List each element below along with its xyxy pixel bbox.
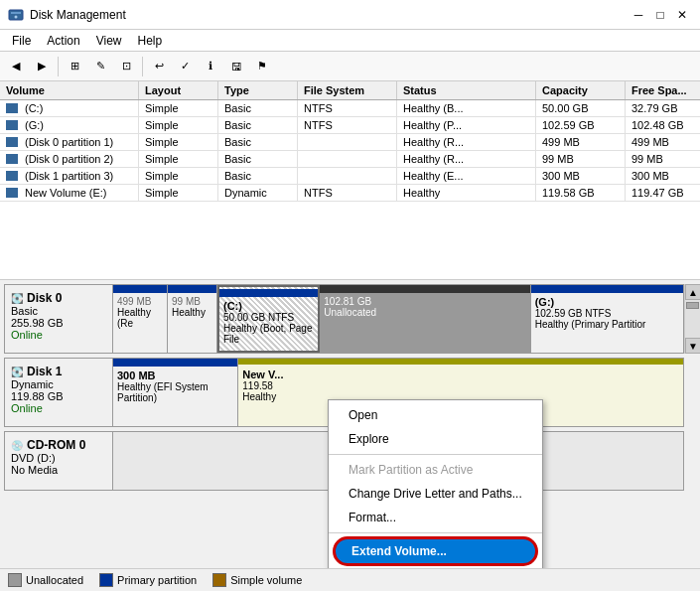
- disk1-status: Online: [11, 402, 106, 414]
- back-button[interactable]: ◀: [4, 55, 28, 78]
- disk0-label: 💽 Disk 0 Basic 255.98 GB Online: [4, 284, 113, 354]
- disk0-unalloc[interactable]: 102.81 GB Unallocated: [320, 285, 530, 353]
- table-row[interactable]: (Disk 1 partition 3) Simple Basic Health…: [0, 168, 700, 185]
- disk1-label: 💽 Disk 1 Dynamic 119.88 GB Online: [4, 358, 113, 427]
- toolbar-btn-8[interactable]: ⚑: [250, 55, 274, 78]
- forward-button[interactable]: ▶: [30, 55, 54, 78]
- table-header: Volume Layout Type File System Status Ca…: [0, 81, 700, 100]
- legend-primary-label: Primary partition: [117, 574, 197, 586]
- table-row[interactable]: New Volume (E:) Simple Dynamic NTFS Heal…: [0, 185, 700, 202]
- disk0-size: 255.98 GB: [11, 317, 106, 329]
- disk0-part2[interactable]: 99 MB Healthy: [168, 285, 217, 353]
- ctx-open[interactable]: Open: [329, 403, 542, 427]
- title-bar: Disk Management ─ □ ✕: [0, 0, 700, 30]
- disk0-part5-g[interactable]: (G:) 102.59 GB NTFS Healthy (Primary Par…: [531, 285, 683, 353]
- toolbar-btn-3[interactable]: ⊡: [114, 55, 138, 78]
- legend-simple-label: Simple volume: [230, 574, 302, 586]
- window-controls: ─ □ ✕: [629, 5, 692, 25]
- maximize-button[interactable]: □: [650, 5, 670, 25]
- context-menu: Open Explore Mark Partition as Active Ch…: [328, 399, 543, 568]
- disk0-part1[interactable]: 499 MB Healthy (Re: [113, 285, 168, 353]
- legend-primary-box: [99, 573, 113, 587]
- cdrom0-title: CD-ROM 0: [27, 438, 85, 452]
- legend-simple: Simple volume: [212, 573, 302, 587]
- close-button[interactable]: ✕: [672, 5, 692, 25]
- menu-file[interactable]: File: [4, 32, 39, 50]
- menu-help[interactable]: Help: [130, 32, 171, 50]
- toolbar-btn-5[interactable]: ✓: [173, 55, 197, 78]
- menu-view[interactable]: View: [88, 32, 130, 50]
- ctx-mark-active: Mark Partition as Active: [329, 458, 542, 482]
- legend-unalloc-label: Unallocated: [26, 574, 83, 586]
- table-row[interactable]: (G:) Simple Basic NTFS Healthy (P... 102…: [0, 117, 700, 134]
- disk1-part1[interactable]: 300 MB Healthy (EFI System Partition): [113, 359, 238, 426]
- cdrom0-type: DVD (D:): [11, 452, 106, 464]
- legend-unalloc: Unallocated: [8, 573, 83, 587]
- ctx-sep-2: [329, 532, 542, 533]
- menu-bar: File Action View Help: [0, 30, 700, 52]
- toolbar-separator-1: [58, 57, 59, 76]
- legend: Unallocated Primary partition Simple vol…: [0, 568, 700, 591]
- toolbar-btn-7[interactable]: 🖫: [224, 55, 248, 78]
- disk0-title: Disk 0: [27, 291, 62, 305]
- toolbar-btn-1[interactable]: ⊞: [63, 55, 86, 78]
- menu-action[interactable]: Action: [39, 32, 87, 50]
- disk1-title: Disk 1: [27, 365, 62, 378]
- table-area: Volume Layout Type File System Status Ca…: [0, 81, 700, 280]
- disk0-row: 💽 Disk 0 Basic 255.98 GB Online 499 MB H…: [4, 284, 700, 354]
- svg-rect-1: [11, 12, 21, 14]
- scroll-track: [685, 311, 700, 338]
- scroll-up-arrow[interactable]: ▲: [685, 284, 700, 300]
- ctx-sep-1: [329, 454, 542, 455]
- cdrom0-status: No Media: [11, 464, 106, 476]
- cdrom0-scroll-spacer: [684, 431, 700, 491]
- toolbar-btn-6[interactable]: ℹ: [199, 55, 222, 78]
- ctx-shrink-volume[interactable]: Shrink Volume...: [329, 566, 542, 568]
- ctx-extend-volume[interactable]: Extend Volume...: [333, 536, 538, 566]
- th-fs: File System: [298, 81, 397, 99]
- cdrom0-label: 💿 CD-ROM 0 DVD (D:) No Media: [4, 431, 113, 491]
- th-status: Status: [397, 81, 536, 99]
- table-row[interactable]: (Disk 0 partition 2) Simple Basic Health…: [0, 151, 700, 168]
- th-capacity: Capacity: [536, 81, 626, 99]
- th-type: Type: [218, 81, 298, 99]
- window-title: Disk Management: [30, 8, 126, 22]
- scroll-down-arrow[interactable]: ▼: [685, 338, 700, 354]
- minimize-button[interactable]: ─: [629, 5, 648, 25]
- scroll-thumb[interactable]: [686, 302, 699, 309]
- toolbar-separator-2: [142, 57, 143, 76]
- legend-primary: Primary partition: [99, 573, 197, 587]
- th-volume: Volume: [0, 81, 139, 99]
- toolbar: ◀ ▶ ⊞ ✎ ⊡ ↩ ✓ ℹ 🖫 ⚑: [0, 52, 700, 81]
- th-free: Free Spa...: [626, 81, 700, 99]
- ctx-change-letter[interactable]: Change Drive Letter and Paths...: [329, 482, 542, 506]
- disk0-status: Online: [11, 329, 106, 341]
- svg-point-2: [15, 15, 18, 18]
- vscrollbar[interactable]: ▲ ▼: [684, 284, 700, 354]
- disk0-part3-c[interactable]: (C:) 50.00 GB NTFS Healthy (Boot, Page F…: [217, 285, 320, 353]
- table-row[interactable]: (Disk 0 partition 1) Simple Basic Health…: [0, 134, 700, 151]
- disk0-partitions: 499 MB Healthy (Re 99 MB Healthy (C:) 50…: [113, 284, 684, 354]
- legend-simple-box: [212, 573, 226, 587]
- disk1-scroll-spacer: [684, 358, 700, 427]
- toolbar-btn-4[interactable]: ↩: [147, 55, 171, 78]
- main-content: Volume Layout Type File System Status Ca…: [0, 81, 700, 591]
- toolbar-btn-2[interactable]: ✎: [88, 55, 112, 78]
- disk1-type: Dynamic: [11, 378, 106, 390]
- disk-section: 💽 Disk 0 Basic 255.98 GB Online 499 MB H…: [0, 280, 700, 568]
- ctx-explore[interactable]: Explore: [329, 427, 542, 451]
- table-row[interactable]: (C:) Simple Basic NTFS Healthy (B... 50.…: [0, 100, 700, 117]
- ctx-format[interactable]: Format...: [329, 506, 542, 529]
- app-icon: [8, 7, 24, 23]
- table-body: (C:) Simple Basic NTFS Healthy (B... 50.…: [0, 100, 700, 202]
- legend-unalloc-box: [8, 573, 22, 587]
- disk1-size: 119.88 GB: [11, 390, 106, 402]
- th-layout: Layout: [139, 81, 218, 99]
- disk0-type: Basic: [11, 305, 106, 317]
